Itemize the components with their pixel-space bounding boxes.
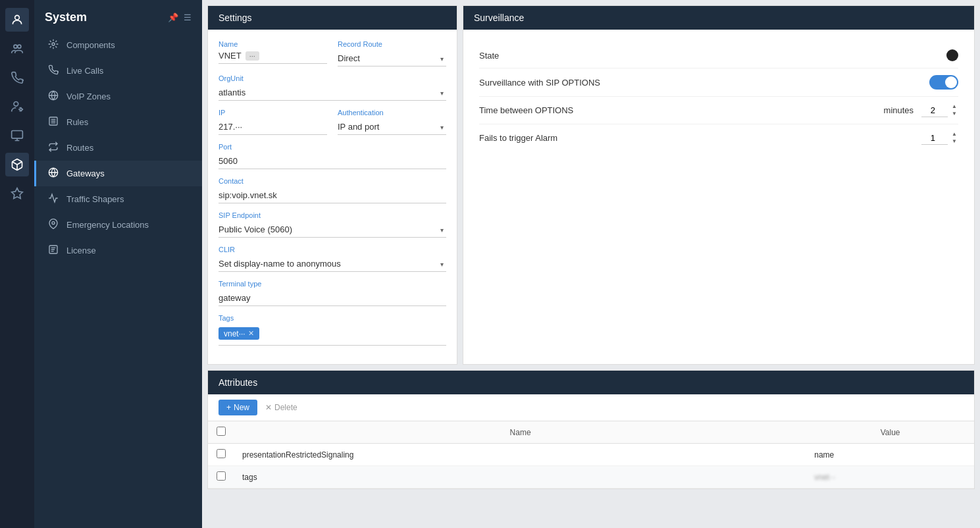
tags-label: Tags bbox=[219, 314, 446, 322]
fails-row: Fails to trigger Alarm ▲ ▼ bbox=[479, 124, 958, 151]
name-group: Name VNET ··· bbox=[219, 40, 327, 66]
sidebar-item-emergency-locations[interactable]: Emergency Locations bbox=[34, 212, 202, 238]
ip-input[interactable] bbox=[219, 119, 327, 135]
live-calls-label: Live Calls bbox=[66, 66, 103, 76]
settings-title: Settings bbox=[219, 13, 252, 23]
row2-checkbox[interactable] bbox=[217, 471, 226, 481]
tag-label: vnet··· bbox=[224, 329, 245, 338]
svg-point-2 bbox=[18, 45, 21, 48]
sidebar-item-traffic-shapers[interactable]: Traffic Shapers bbox=[34, 186, 202, 212]
main-content: Settings Name VNET ··· Record bbox=[202, 0, 980, 528]
attributes-panel: Attributes + New ✕ Delete bbox=[207, 370, 975, 489]
voip-zones-label: VoIP Zones bbox=[66, 92, 111, 101]
sidebar-item-routes[interactable]: Routes bbox=[34, 135, 202, 161]
icon-sidebar bbox=[0, 0, 34, 528]
port-row: Port bbox=[219, 143, 446, 169]
content-area: Settings Name VNET ··· Record bbox=[202, 0, 980, 528]
contact-group: Contact bbox=[219, 177, 446, 203]
table-row: tags vnet··· bbox=[208, 466, 974, 488]
fails-spinbox: ▲ ▼ bbox=[921, 131, 958, 145]
surveillance-body: State Surveillance with SIP OPTIONS bbox=[463, 30, 974, 165]
sidebar-item-components[interactable]: Components bbox=[34, 32, 202, 58]
nav-person-gear-icon[interactable] bbox=[5, 95, 29, 119]
port-input[interactable] bbox=[219, 153, 446, 169]
sip-endpoint-label: SIP Endpoint bbox=[219, 211, 446, 219]
sidebar-item-voip-zones[interactable]: VoIP Zones bbox=[34, 84, 202, 109]
auth-select[interactable]: IP and port Username/Password bbox=[338, 119, 446, 135]
orgunit-select[interactable]: atlantis bbox=[219, 85, 446, 101]
record-route-select[interactable]: Direct None Always bbox=[338, 51, 446, 66]
row1-checkbox-cell bbox=[208, 444, 234, 466]
delete-x-icon: ✕ bbox=[265, 403, 272, 412]
time-between-spinbox: ▲ ▼ bbox=[921, 103, 958, 117]
sip-options-toggle[interactable] bbox=[929, 75, 958, 90]
time-between-controls: minutes ▲ ▼ bbox=[884, 103, 958, 117]
emergency-locations-icon bbox=[47, 219, 60, 231]
toggle-slider bbox=[929, 75, 958, 90]
name-value: VNET bbox=[219, 51, 242, 61]
rules-label: Rules bbox=[66, 117, 88, 127]
nav-phone-icon[interactable] bbox=[5, 66, 29, 90]
row1-checkbox[interactable] bbox=[217, 449, 226, 458]
sidebar-item-rules[interactable]: Rules bbox=[34, 109, 202, 135]
svg-point-0 bbox=[15, 15, 20, 20]
row1-name-cell: presentationRestrictedSignaling bbox=[234, 444, 806, 466]
contact-input[interactable] bbox=[219, 188, 446, 203]
fails-decrement[interactable]: ▼ bbox=[950, 138, 958, 145]
svg-point-1 bbox=[14, 45, 17, 48]
live-calls-icon bbox=[47, 65, 60, 77]
nav-users-icon[interactable] bbox=[5, 37, 29, 61]
clir-row: CLIR Set display-name to anonymous None bbox=[219, 246, 446, 272]
time-between-increment[interactable]: ▲ bbox=[950, 103, 958, 110]
state-indicator bbox=[946, 49, 958, 61]
sip-endpoint-select-wrapper: Public Voice (5060) bbox=[219, 222, 446, 238]
nav-cube-icon[interactable] bbox=[5, 153, 29, 176]
auth-group: Authentication IP and port Username/Pass… bbox=[338, 109, 446, 135]
sip-endpoint-select[interactable]: Public Voice (5060) bbox=[219, 222, 446, 238]
nav-star-icon[interactable] bbox=[5, 182, 29, 205]
pin-icon[interactable]: 📌 bbox=[168, 13, 178, 22]
time-between-input[interactable] bbox=[921, 104, 948, 117]
fails-increment[interactable]: ▲ bbox=[950, 131, 958, 138]
attributes-panel-header: Attributes bbox=[208, 371, 974, 394]
terminal-type-input[interactable] bbox=[219, 290, 446, 306]
contact-label: Contact bbox=[219, 177, 446, 185]
attributes-table: Name Value presentationRestrictedSignali… bbox=[208, 421, 974, 488]
svg-point-7 bbox=[52, 43, 55, 45]
license-icon bbox=[47, 244, 60, 257]
terminal-type-row: Terminal type bbox=[219, 280, 446, 306]
gateways-icon bbox=[47, 167, 60, 180]
orgunit-label: OrgUnit bbox=[219, 74, 446, 82]
sidebar-item-license[interactable]: License bbox=[34, 238, 202, 263]
tag-vnet: vnet··· ✕ bbox=[219, 327, 259, 340]
surveillance-panel: Surveillance State Surveillance with SIP… bbox=[463, 5, 975, 365]
surveillance-panel-header: Surveillance bbox=[463, 6, 974, 30]
settings-panel: Settings Name VNET ··· Record bbox=[207, 5, 457, 365]
nav-user-icon[interactable] bbox=[5, 8, 29, 32]
delete-attribute-button[interactable]: ✕ Delete bbox=[265, 403, 297, 412]
orgunit-select-wrapper: atlantis bbox=[219, 85, 446, 101]
svg-rect-5 bbox=[12, 131, 23, 139]
sidebar-item-live-calls[interactable]: Live Calls bbox=[34, 58, 202, 84]
attributes-header-row: Name Value bbox=[208, 421, 974, 444]
select-all-checkbox[interactable] bbox=[217, 427, 226, 436]
rules-icon bbox=[47, 116, 60, 128]
attributes-table-head: Name Value bbox=[208, 421, 974, 444]
new-attribute-button[interactable]: + New bbox=[219, 400, 257, 415]
attributes-toolbar: + New ✕ Delete bbox=[208, 394, 974, 421]
time-between-label: Time between OPTIONS bbox=[479, 105, 573, 115]
clir-select[interactable]: Set display-name to anonymous None bbox=[219, 256, 446, 272]
name-record-row: Name VNET ··· Record Route Direct bbox=[219, 40, 446, 66]
menu-icon[interactable]: ☰ bbox=[184, 13, 192, 22]
sidebar-item-gateways[interactable]: Gateways bbox=[34, 161, 202, 186]
time-between-decrement[interactable]: ▼ bbox=[950, 111, 958, 117]
gateways-label: Gateways bbox=[66, 169, 105, 178]
ip-group: IP bbox=[219, 109, 327, 135]
clir-label: CLIR bbox=[219, 246, 446, 253]
new-plus-icon: + bbox=[226, 403, 231, 412]
fails-input[interactable] bbox=[921, 132, 948, 145]
name-label: Name bbox=[219, 40, 327, 48]
nav-monitor-icon[interactable] bbox=[5, 124, 29, 147]
tag-remove-button[interactable]: ✕ bbox=[248, 329, 254, 338]
auth-select-wrapper: IP and port Username/Password bbox=[338, 119, 446, 135]
